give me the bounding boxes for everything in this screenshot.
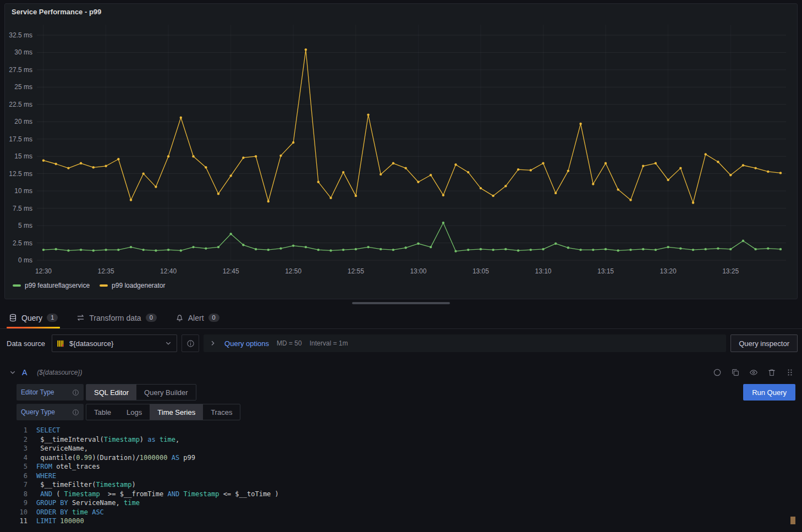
datasource-picker-value: ${datasource} bbox=[69, 339, 160, 348]
database-icon bbox=[9, 314, 17, 322]
editor-type-label-chip: Editor Type bbox=[17, 384, 84, 401]
query-options-link[interactable]: Query options bbox=[224, 339, 269, 348]
line-number: 9 bbox=[17, 498, 36, 508]
panel-header[interactable]: Service Performance - p99 bbox=[5, 4, 797, 19]
sql-code-line[interactable]: 3 ServiceName, bbox=[17, 444, 795, 453]
svg-text:0 ms: 0 ms bbox=[18, 256, 32, 264]
legend-item-featureflagservice[interactable]: p99 featureflagservice bbox=[13, 282, 90, 289]
datasource-picker[interactable]: ${datasource} bbox=[52, 334, 177, 352]
line-number: 1 bbox=[17, 426, 36, 435]
run-query-button[interactable]: Run Query bbox=[743, 384, 795, 401]
line-number: 10 bbox=[17, 508, 36, 517]
query-datasource-hint: (${datasource}) bbox=[37, 369, 82, 376]
tab-alert[interactable]: Alert 0 bbox=[172, 307, 223, 328]
line-number: 4 bbox=[17, 453, 36, 463]
info-icon[interactable] bbox=[72, 389, 79, 396]
remove-query-trash-icon[interactable] bbox=[767, 368, 776, 377]
line-number: 7 bbox=[17, 480, 36, 490]
svg-text:13:00: 13:00 bbox=[410, 267, 426, 275]
radio-query-builder[interactable]: Query Builder bbox=[136, 385, 195, 400]
code-text: LIMIT 100000 bbox=[36, 517, 84, 526]
tab-label: Transform data bbox=[89, 314, 141, 322]
query-ref-id: A bbox=[22, 368, 27, 377]
sql-code[interactable]: 1SELECT2 $__timeInterval(Timestamp) as t… bbox=[17, 426, 795, 526]
code-text: FROM otel_traces bbox=[36, 462, 100, 471]
drag-handle-icon[interactable] bbox=[785, 368, 794, 377]
code-text: quantile(0.99)(Duration)/1000000 AS p99 bbox=[36, 453, 195, 463]
svg-text:30 ms: 30 ms bbox=[14, 48, 32, 56]
tab-transform-data[interactable]: Transform data 0 bbox=[73, 307, 160, 328]
code-text: $__timeInterval(Timestamp) as time, bbox=[36, 435, 179, 445]
timeseries-chart[interactable]: 0 ms2.5 ms5 ms7.5 ms10 ms12.5 ms15 ms17.… bbox=[5, 19, 796, 279]
editor-type-radio-group: SQL Editor Query Builder bbox=[86, 384, 196, 401]
line-number: 3 bbox=[17, 444, 36, 453]
svg-text:15 ms: 15 ms bbox=[14, 152, 32, 160]
svg-text:13:20: 13:20 bbox=[660, 267, 677, 275]
datasource-help-button[interactable] bbox=[182, 334, 199, 352]
sql-code-line[interactable]: 10ORDER BY time ASC bbox=[17, 508, 795, 517]
sql-code-line[interactable]: 5FROM otel_traces bbox=[17, 462, 795, 471]
query-actions bbox=[713, 368, 794, 377]
disable-query-icon[interactable] bbox=[713, 368, 722, 377]
sql-code-line[interactable]: 2 $__timeInterval(Timestamp) as time, bbox=[17, 435, 795, 445]
chevron-down-icon bbox=[164, 339, 172, 347]
svg-text:17.5 ms: 17.5 ms bbox=[9, 135, 32, 143]
svg-text:12:30: 12:30 bbox=[35, 267, 52, 275]
tab-count-badge: 0 bbox=[208, 314, 219, 322]
code-text: WHERE bbox=[36, 471, 56, 481]
code-text: $__timeFilter(Timestamp) bbox=[36, 480, 136, 490]
svg-text:12:35: 12:35 bbox=[98, 267, 114, 275]
tab-label: Query bbox=[21, 314, 42, 322]
tab-query[interactable]: Query 1 bbox=[6, 307, 61, 328]
radio-time-series[interactable]: Time Series bbox=[150, 404, 203, 420]
svg-text:12.5 ms: 12.5 ms bbox=[9, 170, 32, 178]
sql-code-line[interactable]: 1SELECT bbox=[17, 426, 795, 435]
collapse-chevron-down-icon[interactable] bbox=[9, 369, 17, 376]
transform-icon bbox=[76, 314, 85, 322]
svg-text:2.5 ms: 2.5 ms bbox=[13, 239, 32, 247]
sql-code-line[interactable]: 8 AND ( Timestamp >= $__fromTime AND Tim… bbox=[17, 490, 795, 499]
editor-type-row: Editor Type SQL Editor Query Builder Run… bbox=[0, 384, 802, 401]
code-text: SELECT bbox=[36, 426, 60, 435]
info-icon[interactable] bbox=[72, 409, 79, 416]
radio-traces[interactable]: Traces bbox=[203, 404, 240, 420]
sql-code-line[interactable]: 6WHERE bbox=[17, 471, 795, 481]
radio-logs[interactable]: Logs bbox=[119, 404, 150, 420]
code-text: AND ( Timestamp >= $__fromTime AND Times… bbox=[36, 490, 279, 499]
query-options-bar[interactable]: Query options MD = 50 Interval = 1m bbox=[204, 334, 726, 352]
query-type-label: Query Type bbox=[21, 408, 55, 416]
query-type-radio-group: Table Logs Time Series Traces bbox=[86, 404, 240, 420]
tab-count-badge: 0 bbox=[146, 314, 157, 322]
legend-item-loadgenerator[interactable]: p99 loadgenerator bbox=[100, 282, 165, 289]
sql-code-line[interactable]: 9GROUP BY ServiceName, time bbox=[17, 498, 795, 508]
radio-sql-editor[interactable]: SQL Editor bbox=[86, 385, 136, 400]
sql-editor[interactable]: 1SELECT2 $__timeInterval(Timestamp) as t… bbox=[17, 426, 795, 526]
horizontal-scrollbar[interactable] bbox=[352, 302, 450, 304]
hide-response-eye-icon[interactable] bbox=[749, 368, 758, 377]
editor-type-label: Editor Type bbox=[21, 388, 54, 396]
info-icon bbox=[186, 339, 195, 348]
sql-code-line[interactable]: 4 quantile(0.99)(Duration)/1000000 AS p9… bbox=[17, 453, 795, 463]
sql-code-line[interactable]: 7 $__timeFilter(Timestamp) bbox=[17, 480, 795, 490]
radio-table[interactable]: Table bbox=[86, 404, 119, 420]
sql-code-line[interactable]: 11LIMIT 100000 bbox=[17, 517, 795, 526]
query-options-maxdatapoints: MD = 50 bbox=[277, 339, 302, 347]
query-row-header: A (${datasource}) bbox=[0, 364, 802, 381]
chevron-right-icon bbox=[209, 339, 217, 347]
tab-label: Alert bbox=[188, 314, 204, 322]
editor-tabs: Query 1 Transform data 0 Alert 0 bbox=[0, 307, 802, 329]
svg-text:7.5 ms: 7.5 ms bbox=[13, 205, 32, 212]
query-type-row: Query Type Table Logs Time Series Traces bbox=[0, 404, 802, 420]
datasource-logo-icon bbox=[57, 339, 65, 348]
query-inspector-button[interactable]: Query inspector bbox=[730, 334, 798, 352]
svg-text:10 ms: 10 ms bbox=[14, 187, 32, 195]
code-text: GROUP BY ServiceName, time bbox=[36, 498, 140, 508]
duplicate-query-icon[interactable] bbox=[731, 368, 740, 377]
svg-text:27.5 ms: 27.5 ms bbox=[9, 66, 32, 74]
chart-legend: p99 featureflagservice p99 loadgenerator bbox=[5, 279, 797, 292]
query-options-interval: Interval = 1m bbox=[310, 339, 348, 347]
legend-label: p99 featureflagservice bbox=[25, 282, 90, 289]
svg-text:12:55: 12:55 bbox=[348, 267, 364, 275]
bell-icon bbox=[175, 314, 184, 322]
svg-text:20 ms: 20 ms bbox=[14, 118, 32, 125]
